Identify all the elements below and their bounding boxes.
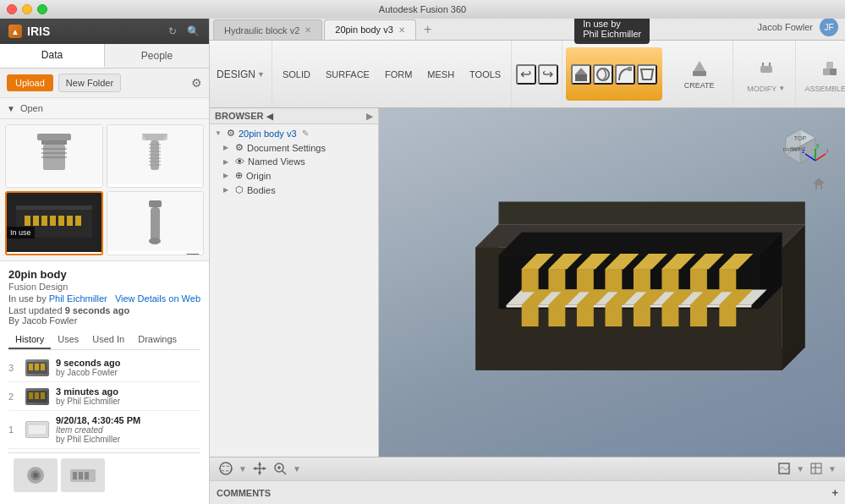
history-item-2[interactable]: 2 3 minutes ago by Phil Eichmiller — [8, 382, 200, 411]
file-thumbnail-2 — [107, 125, 204, 184]
svg-line-139 — [815, 154, 826, 161]
undo-button[interactable]: ↩ — [516, 64, 536, 85]
history-icon-2 — [25, 388, 49, 405]
view-cube[interactable]: TOP RIGHT FRONT x y z — [773, 117, 828, 172]
zoom-icon[interactable] — [272, 461, 288, 478]
modify-button[interactable] — [752, 56, 781, 83]
redo-button[interactable]: ↪ — [538, 64, 558, 85]
file-thumbnail-4 — [107, 192, 204, 251]
history-item-1[interactable]: 1 9/20/18, 4:30:45 PM Item created by Ph… — [8, 411, 200, 449]
browser-back[interactable]: ◀ — [266, 112, 273, 121]
maximize-button[interactable] — [37, 4, 47, 14]
tab-uses[interactable]: Uses — [51, 331, 85, 349]
refresh-button[interactable]: ↻ — [165, 24, 180, 39]
display-mode-button[interactable] — [777, 462, 791, 477]
orbit-icon[interactable] — [218, 461, 233, 478]
menu-mesh[interactable]: MESH — [420, 64, 461, 85]
svg-marker-149 — [258, 472, 261, 475]
settings-button[interactable]: ⚙ — [191, 76, 202, 90]
close-tab-hydraulic[interactable]: ✕ — [305, 25, 311, 35]
menu-surface[interactable]: SURFACE — [319, 64, 376, 85]
menu-form[interactable]: FORM — [378, 64, 419, 85]
toolbar-sweep[interactable] — [615, 64, 635, 85]
search-button[interactable]: 🔍 — [185, 24, 200, 39]
svg-rect-114 — [605, 305, 622, 326]
svg-rect-17 — [16, 205, 92, 210]
home-view-button[interactable] — [811, 176, 826, 194]
part-in-use: In use by Phil Eichmiller View Details o… — [8, 293, 200, 304]
toolbar-loft[interactable] — [637, 64, 657, 85]
version-badge-3: V2 — [85, 255, 98, 255]
design-menu[interactable]: DESIGN ▼ — [210, 41, 272, 107]
title-bar: Autodesk Fusion 360 — [0, 0, 845, 19]
viewport[interactable]: TOP RIGHT FRONT x y z — [379, 108, 845, 457]
history-num-1: 1 — [8, 425, 19, 435]
pan-icon[interactable] — [252, 461, 267, 478]
bottom-thumb-2[interactable] — [61, 458, 105, 492]
svg-rect-86 — [577, 269, 594, 292]
toolbar-revolve[interactable] — [593, 64, 613, 85]
tab-drawings[interactable]: Drawings — [131, 331, 184, 349]
svg-marker-150 — [253, 467, 256, 470]
last-updated: Last updated 9 seconds ago — [8, 305, 200, 315]
minimize-button[interactable] — [22, 4, 32, 14]
history-item-3[interactable]: 3 9 seconds ago by Jacob Fowler — [8, 353, 200, 382]
comments-label: COMMENTS — [217, 488, 271, 498]
toolbar-extrude[interactable] — [571, 64, 591, 85]
open-label: Open — [20, 103, 43, 113]
svg-rect-1 — [41, 140, 67, 145]
orbit-dropdown[interactable]: ▼ — [239, 464, 247, 474]
new-folder-button[interactable]: New Folder — [58, 74, 121, 92]
grid-icon[interactable] — [809, 462, 823, 477]
history-list: 3 9 seconds ago by Jacob Fowler — [8, 350, 200, 452]
tab-data[interactable]: Data — [0, 44, 105, 68]
tab-people[interactable]: People — [105, 44, 209, 68]
view-details-link[interactable]: View Details on Web — [115, 293, 200, 304]
close-button[interactable] — [7, 4, 17, 14]
tree-item-root[interactable]: ▼ ⚙ 20pin body v3 ✎ — [210, 126, 378, 140]
user-avatar[interactable]: JF — [820, 19, 838, 36]
svg-rect-56 — [826, 62, 833, 68]
comments-expand[interactable]: + — [831, 486, 838, 499]
tree-item-named-views[interactable]: ▶ 👁 Named Views — [210, 155, 378, 168]
tab-hydraulic[interactable]: Hydraulic block v2 ✕ — [213, 19, 322, 40]
svg-text:y: y — [816, 142, 820, 149]
svg-rect-127 — [719, 269, 736, 292]
iris-logo-icon: ▲ — [8, 25, 22, 38]
svg-rect-105 — [522, 305, 539, 326]
part-type: Fusion Design — [8, 282, 200, 292]
tree-item-origin[interactable]: ▶ ⊕ Origin — [210, 168, 378, 183]
browser-label: BROWSER — [215, 111, 263, 121]
menu-solid[interactable]: SOLID — [276, 64, 317, 85]
tree-edit-icon[interactable]: ✎ — [302, 129, 309, 138]
tab-used-in[interactable]: Used In — [85, 331, 131, 349]
assemble-button[interactable] — [815, 56, 844, 83]
grid-dropdown[interactable]: ▼ — [828, 464, 837, 474]
zoom-dropdown[interactable]: ▼ — [293, 464, 301, 474]
svg-point-27 — [149, 238, 161, 244]
create-button[interactable]: CREATE — [679, 56, 720, 93]
svg-marker-7 — [142, 134, 167, 140]
svg-rect-102 — [690, 269, 707, 292]
svg-rect-30 — [35, 364, 39, 370]
traffic-lights — [7, 4, 47, 14]
svg-rect-35 — [41, 392, 45, 399]
tree-item-doc-settings[interactable]: ▶ ⚙ Document Settings — [210, 140, 378, 155]
file-item-2[interactable]: 6-32x1_4 PHMS V1 — [107, 124, 205, 187]
close-tab-20pin[interactable]: ✕ — [398, 25, 405, 35]
add-tab-button[interactable]: + — [418, 19, 438, 40]
file-item-1[interactable]: 1x3 foot dxf_err... V1 — [5, 124, 103, 187]
svg-rect-0 — [37, 134, 71, 140]
upload-button[interactable]: Upload — [7, 74, 53, 91]
display-dropdown[interactable]: ▼ — [796, 464, 804, 474]
bottom-thumb-1[interactable] — [14, 458, 58, 492]
tab-history[interactable]: History — [8, 331, 51, 349]
file-item-3[interactable]: In use 20pin body V2 — [5, 191, 103, 255]
browser-collapse[interactable]: ▶ — [366, 112, 373, 121]
in-use-user-link[interactable]: Phil Eichmiller — [49, 293, 107, 304]
svg-rect-31 — [41, 364, 45, 370]
tab-20pin[interactable]: 20pin body v3 ✕ — [324, 19, 416, 40]
tree-item-bodies[interactable]: ▶ ⬡ Bodies — [210, 183, 378, 197]
file-item-4[interactable]: assignment_1 V1 — [107, 191, 205, 255]
menu-tools[interactable]: TOOLS — [463, 64, 508, 85]
